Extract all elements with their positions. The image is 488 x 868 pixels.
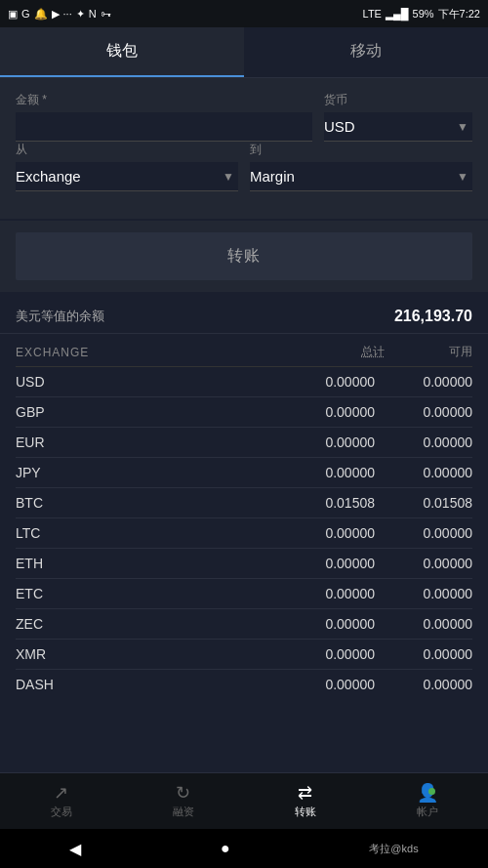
balance-section: 美元等值的余额 216,193.70 xyxy=(0,292,488,334)
table-row[interactable]: ETH 0.00000 0.00000 xyxy=(16,549,472,579)
asset-total: 0.00000 xyxy=(258,525,375,541)
col-header-total: 总计 xyxy=(297,344,385,360)
play-icon: ▶ xyxy=(52,8,60,21)
trade-icon: ↗ xyxy=(54,784,68,802)
asset-name: XMR xyxy=(16,646,94,662)
asset-name: ETH xyxy=(16,556,94,571)
balance-value: 216,193.70 xyxy=(394,308,472,325)
account-status-dot xyxy=(428,788,435,795)
col-headers: 总计 可用 xyxy=(297,344,472,360)
asset-table: USD 0.00000 0.00000 GBP 0.00000 0.00000 … xyxy=(16,367,472,699)
nav-label-funding: 融资 xyxy=(173,805,194,819)
nav-label-trade: 交易 xyxy=(51,805,72,819)
exchange-section-title: EXCHANGE xyxy=(16,346,89,359)
asset-name: JPY xyxy=(16,465,94,480)
asset-name: DASH xyxy=(16,677,94,692)
asset-total: 0.01508 xyxy=(258,495,375,511)
amount-currency-row: 金额 * 货币 USD BTC ETH ▼ xyxy=(16,92,472,142)
col-header-available: 可用 xyxy=(385,344,472,360)
table-row[interactable]: ZEC 0.00000 0.00000 xyxy=(16,609,472,640)
home-button[interactable]: ● xyxy=(221,840,230,857)
app-icon-1: ▣ xyxy=(8,8,18,21)
table-row[interactable]: GBP 0.00000 0.00000 xyxy=(16,397,472,428)
signal-bars: ▂▄█ xyxy=(386,8,409,21)
from-select[interactable]: Exchange Margin Funding xyxy=(16,162,238,191)
asset-total: 0.00000 xyxy=(258,556,375,571)
key-icon: 🗝 xyxy=(101,8,111,20)
transfer-button[interactable]: 转账 xyxy=(16,232,472,280)
app-icon-2: G xyxy=(21,8,30,20)
asset-total: 0.00000 xyxy=(258,404,375,420)
nfc-icon: N xyxy=(89,8,97,20)
table-row[interactable]: ETC 0.00000 0.00000 xyxy=(16,579,472,609)
asset-total: 0.00000 xyxy=(258,616,375,632)
form-area: 金额 * 货币 USD BTC ETH ▼ 从 Exchange Margin xyxy=(0,78,488,219)
amount-input[interactable] xyxy=(16,112,312,142)
nav-item-transfer[interactable]: ⇄ 转账 xyxy=(244,773,366,829)
currency-group: 货币 USD BTC ETH ▼ xyxy=(324,92,472,142)
asset-available: 0.00000 xyxy=(375,525,472,541)
currency-select[interactable]: USD BTC ETH xyxy=(324,112,472,142)
status-left: ▣ G 🔔 ▶ ··· ✦ N 🗝 xyxy=(8,8,111,21)
exchange-section: EXCHANGE 总计 可用 USD 0.00000 0.00000 GBP 0… xyxy=(0,334,488,699)
table-row[interactable]: USD 0.00000 0.00000 xyxy=(16,367,472,397)
transfer-btn-wrap: 转账 xyxy=(0,221,488,292)
asset-total: 0.00000 xyxy=(258,586,375,601)
notification-icon: 🔔 xyxy=(34,8,48,21)
asset-available: 0.00000 xyxy=(375,404,472,420)
nav-label-account: 帐户 xyxy=(417,805,438,819)
bottom-nav: ↗ 交易 ↻ 融资 ⇄ 转账 👤 帐户 xyxy=(0,772,488,829)
asset-available: 0.00000 xyxy=(375,646,472,662)
brand-label: 考拉@kds xyxy=(369,842,418,856)
asset-available: 0.00000 xyxy=(375,465,472,480)
amount-group: 金额 * xyxy=(16,92,312,142)
system-nav: ◀ ● 考拉@kds xyxy=(0,829,488,868)
balance-label: 美元等值的余额 xyxy=(16,308,104,325)
time-display: 下午7:22 xyxy=(438,7,480,21)
asset-available: 0.01508 xyxy=(375,495,472,511)
nav-label-transfer: 转账 xyxy=(295,805,316,819)
asset-total: 0.00000 xyxy=(258,646,375,662)
asset-total: 0.00000 xyxy=(258,434,375,450)
to-group: 到 Margin Exchange Funding ▼ xyxy=(250,142,472,191)
account-icon-wrap: 👤 xyxy=(417,784,438,802)
transfer-icon: ⇄ xyxy=(298,784,312,802)
asset-available: 0.00000 xyxy=(375,616,472,632)
asset-available: 0.00000 xyxy=(375,677,472,692)
asset-name: BTC xyxy=(16,495,94,511)
nav-item-funding[interactable]: ↻ 融资 xyxy=(122,773,244,829)
asset-name: LTC xyxy=(16,525,94,541)
dots: ··· xyxy=(63,8,72,20)
currency-label: 货币 xyxy=(324,92,472,108)
status-right: LTE ▂▄█ 59% 下午7:22 xyxy=(363,7,480,21)
asset-name: ETC xyxy=(16,586,94,601)
top-tabs: 钱包 移动 xyxy=(0,27,488,78)
from-group: 从 Exchange Margin Funding ▼ xyxy=(16,142,238,191)
funding-icon: ↻ xyxy=(176,784,190,802)
table-row[interactable]: JPY 0.00000 0.00000 xyxy=(16,458,472,488)
from-to-row: 从 Exchange Margin Funding ▼ 到 Margin Exc… xyxy=(16,142,472,191)
from-label: 从 xyxy=(16,142,238,158)
table-row[interactable]: BTC 0.01508 0.01508 xyxy=(16,488,472,518)
asset-name: USD xyxy=(16,374,94,390)
asset-total: 0.00000 xyxy=(258,465,375,480)
bluetooth-icon: ✦ xyxy=(76,8,85,21)
to-select[interactable]: Margin Exchange Funding xyxy=(250,162,472,191)
nav-item-account[interactable]: 👤 帐户 xyxy=(366,773,488,829)
currency-select-wrapper: USD BTC ETH ▼ xyxy=(324,112,472,142)
asset-total: 0.00000 xyxy=(258,374,375,390)
tab-transfer[interactable]: 移动 xyxy=(244,27,488,77)
asset-available: 0.00000 xyxy=(375,434,472,450)
table-row[interactable]: LTC 0.00000 0.00000 xyxy=(16,518,472,549)
asset-available: 0.00000 xyxy=(375,556,472,571)
back-button[interactable]: ◀ xyxy=(69,840,81,858)
table-row[interactable]: XMR 0.00000 0.00000 xyxy=(16,640,472,670)
table-row[interactable]: DASH 0.00000 0.00000 xyxy=(16,670,472,699)
from-select-wrapper: Exchange Margin Funding ▼ xyxy=(16,162,238,191)
nav-item-trade[interactable]: ↗ 交易 xyxy=(0,773,122,829)
table-row[interactable]: EUR 0.00000 0.00000 xyxy=(16,428,472,458)
to-label: 到 xyxy=(250,142,472,158)
tab-wallet[interactable]: 钱包 xyxy=(0,27,244,77)
amount-label: 金额 * xyxy=(16,92,312,108)
asset-name: GBP xyxy=(16,404,94,420)
